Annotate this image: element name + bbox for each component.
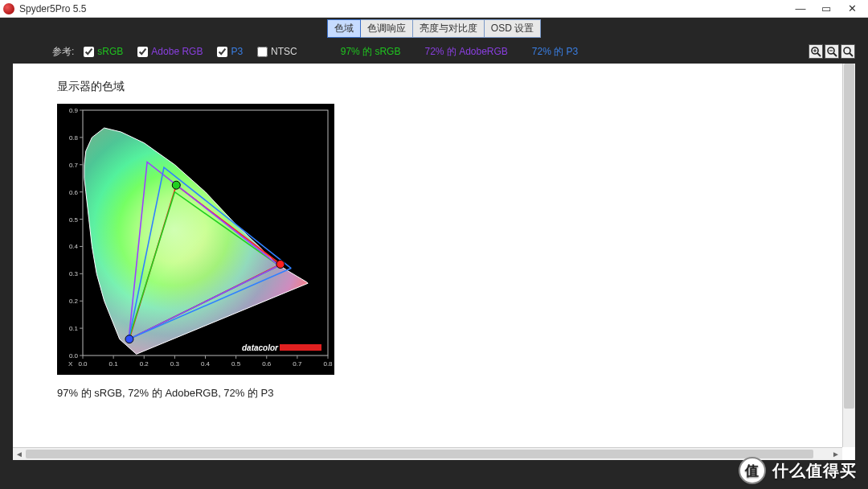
checkbox-adobe-rgb-input[interactable] [137, 47, 148, 57]
checkbox-p3-input[interactable] [217, 47, 227, 57]
svg-text:0.0: 0.0 [78, 360, 88, 368]
svg-text:0.4: 0.4 [69, 243, 79, 250]
watermark: 值 什么值得买 [739, 457, 857, 484]
svg-text:0.3: 0.3 [69, 270, 79, 277]
svg-text:0.1: 0.1 [69, 325, 79, 332]
result-srgb: 97% 的 sRGB [341, 45, 401, 59]
app-icon [3, 3, 14, 14]
svg-text:0.8: 0.8 [69, 134, 79, 142]
window-minimize-button[interactable]: — [788, 2, 813, 14]
tab-osd-settings[interactable]: OSD 设置 [485, 19, 541, 38]
svg-text:0.7: 0.7 [293, 360, 302, 368]
watermark-text: 什么值得买 [772, 460, 857, 482]
tab-bar: 色域 色调响应 亮度与对比度 OSD 设置 [0, 18, 868, 38]
reference-toolbar: 参考: sRGB Adobe RGB P3 NTSC 97% 的 sRGB 72… [0, 38, 868, 62]
gamut-chart-svg: 0.00.10.20.30.40.50.60.70.80.00.10.20.30… [57, 104, 334, 375]
svg-point-7 [844, 47, 850, 54]
checkbox-adobe-rgb-label: Adobe RGB [151, 46, 203, 57]
svg-text:datacolor: datacolor [242, 343, 279, 352]
svg-point-49 [276, 260, 285, 268]
window-maximize-button[interactable]: ▭ [813, 2, 839, 14]
zoom-in-button[interactable] [809, 44, 823, 59]
window-title: Spyder5Pro 5.5 [19, 3, 788, 14]
checkbox-srgb[interactable]: sRGB [84, 46, 123, 57]
svg-text:0.1: 0.1 [109, 360, 119, 368]
svg-text:0.5: 0.5 [69, 216, 79, 224]
tab-tone-response[interactable]: 色调响应 [361, 19, 413, 38]
svg-text:0.3: 0.3 [170, 360, 180, 368]
gamut-caption: 97% 的 sRGB, 72% 的 AdobeRGB, 72% 的 P3 [57, 386, 811, 401]
svg-text:0.6: 0.6 [262, 360, 272, 368]
svg-line-5 [833, 53, 837, 56]
tab-gamut[interactable]: 色域 [327, 19, 361, 38]
vertical-scrollbar[interactable] [842, 64, 855, 447]
svg-text:0.8: 0.8 [323, 360, 333, 368]
svg-text:0.2: 0.2 [140, 360, 149, 368]
gamut-chart: 0.00.10.20.30.40.50.60.70.80.00.10.20.30… [57, 104, 334, 375]
checkbox-p3-label: P3 [231, 46, 243, 57]
checkbox-ntsc-input[interactable] [257, 47, 268, 57]
content-panel: 显示器的色域 0.00.10.20.30.40.50.60.70.80.00.1… [13, 64, 855, 460]
checkbox-srgb-label: sRGB [97, 46, 123, 57]
svg-text:0.5: 0.5 [231, 360, 241, 368]
svg-text:0.4: 0.4 [201, 360, 211, 368]
checkbox-adobe-rgb[interactable]: Adobe RGB [137, 46, 203, 57]
svg-point-51 [125, 335, 133, 343]
svg-rect-53 [280, 344, 321, 351]
window-titlebar: Spyder5Pro 5.5 — ▭ ✕ [0, 0, 868, 18]
svg-point-50 [172, 181, 180, 189]
svg-text:0.2: 0.2 [69, 298, 79, 305]
panel-title: 显示器的色域 [57, 80, 811, 94]
result-p3: 72% 的 P3 [532, 45, 578, 59]
svg-line-8 [850, 53, 853, 56]
watermark-badge: 值 [739, 457, 766, 484]
zoom-out-button[interactable] [825, 44, 839, 59]
tab-brightness-contrast[interactable]: 亮度与对比度 [413, 19, 485, 38]
svg-text:0.7: 0.7 [69, 162, 79, 169]
horizontal-scrollbar[interactable]: ◄ ► [13, 447, 842, 460]
horizontal-scrollbar-thumb[interactable] [26, 450, 813, 458]
svg-line-1 [817, 53, 821, 56]
checkbox-p3[interactable]: P3 [217, 46, 243, 57]
svg-text:0.6: 0.6 [69, 189, 79, 196]
checkbox-ntsc[interactable]: NTSC [257, 46, 297, 57]
svg-text:0.9: 0.9 [69, 107, 79, 114]
reference-label: 参考: [52, 45, 74, 59]
vertical-scrollbar-thumb[interactable] [844, 64, 854, 409]
checkbox-ntsc-label: NTSC [271, 46, 297, 57]
hscroll-left-arrow[interactable]: ◄ [13, 450, 26, 458]
zoom-fit-button[interactable] [841, 44, 855, 59]
window-close-button[interactable]: ✕ [839, 2, 865, 14]
svg-text:X: X [68, 360, 73, 368]
result-adobe-rgb: 72% 的 AdobeRGB [424, 45, 507, 59]
checkbox-srgb-input[interactable] [84, 47, 94, 57]
svg-text:0.0: 0.0 [69, 352, 79, 360]
